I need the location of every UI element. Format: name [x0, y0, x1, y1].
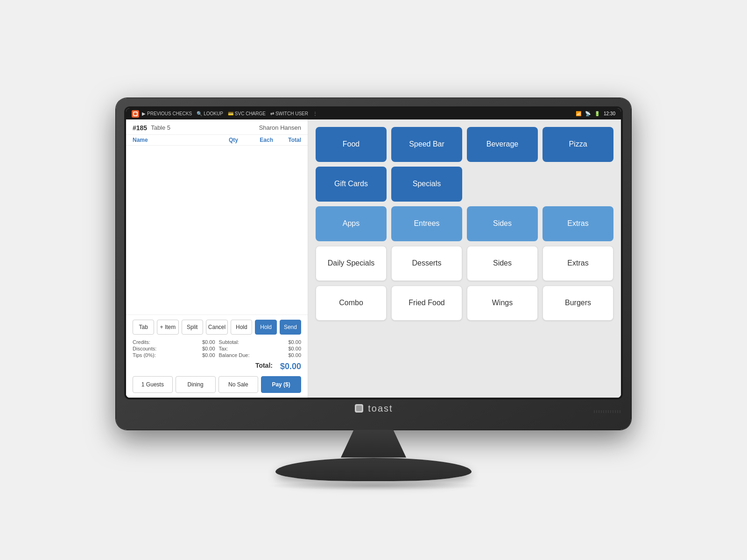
menu-btn-extras-white[interactable]: Extras: [543, 246, 613, 281]
totals-section: Credits: $0.00 Discounts: $0.00: [133, 339, 301, 371]
menu-btn-sides-blue[interactable]: Sides: [467, 206, 538, 241]
subtotal-row: Subtotal: $0.00: [219, 339, 302, 345]
menu-btn-fried-food[interactable]: Fried Food: [391, 286, 462, 321]
menu-btn-specials[interactable]: Specials: [391, 167, 462, 202]
totals-left: Credits: $0.00 Discounts: $0.00: [133, 339, 215, 359]
order-table-info: #185 Table 5: [133, 124, 170, 132]
more-menu-icon[interactable]: ⋮: [313, 111, 317, 116]
tax-value: $0.00: [288, 346, 301, 351]
speaker-right: [594, 410, 622, 413]
totals-pair: Credits: $0.00 Discounts: $0.00: [133, 339, 301, 359]
no-sale-button[interactable]: No Sale: [218, 376, 259, 393]
stand-base-shadow: [266, 481, 481, 490]
menu-row-fifth: Combo Fried Food Wings Burgers: [316, 286, 613, 321]
svc-charge-btn[interactable]: 💳 SVC CHARGE: [228, 111, 266, 116]
menu-row-second: Gift Cards Specials: [316, 167, 613, 202]
svc-charge-label: SVC CHARGE: [235, 111, 266, 116]
discounts-label: Discounts:: [133, 346, 156, 351]
battery-icon: 🔋: [594, 111, 600, 116]
prev-checks-label: PREVIOUS CHECKS: [147, 111, 192, 116]
tips-row: Tips (0%): $0.00: [133, 352, 215, 358]
svc-charge-icon: 💳: [228, 111, 233, 116]
cancel-button[interactable]: Cancel: [206, 320, 228, 335]
discounts-value: $0.00: [202, 346, 215, 351]
action-buttons-row: Tab + Item Split Cancel Hold Hold Send: [133, 320, 301, 335]
toast-logo-icon: [132, 110, 139, 118]
menu-panel: Food Speed Bar Beverage Pizza Gift Cards…: [308, 119, 621, 398]
main-content: #185 Table 5 Sharon Hansen Name Qty Each…: [126, 119, 621, 398]
speaker-left: [125, 410, 153, 413]
guests-button[interactable]: 1 Guests: [133, 376, 173, 393]
tax-label: Tax:: [219, 346, 228, 351]
wifi-icon: 📶: [576, 111, 581, 116]
status-bar: ▶ PREVIOUS CHECKS 🔍 LOOKUP 💳 SVC CHARGE: [126, 108, 621, 119]
bottom-buttons-row: 1 Guests Dining No Sale Pay ($): [133, 376, 301, 393]
stand-base: [275, 458, 472, 481]
menu-btn-entrees[interactable]: Entrees: [391, 206, 462, 241]
total-amount: $0.00: [280, 362, 301, 371]
order-header: #185 Table 5 Sharon Hansen: [126, 119, 308, 135]
menu-btn-beverage[interactable]: Beverage: [467, 127, 538, 162]
col-total-header: Total: [273, 137, 301, 143]
svg-rect-3: [356, 406, 362, 411]
credits-row: Credits: $0.00: [133, 339, 215, 345]
toast-brand-logo: [354, 403, 364, 413]
pay-button[interactable]: Pay ($): [261, 376, 301, 393]
credits-label: Credits:: [133, 339, 150, 345]
signal-icon: 📡: [585, 111, 591, 116]
add-item-button[interactable]: + Item: [157, 320, 178, 335]
switch-user-btn[interactable]: ⇄ SWITCH USER: [270, 111, 308, 116]
nav-actions: ▶ PREVIOUS CHECKS 🔍 LOOKUP 💳 SVC CHARGE: [142, 111, 317, 116]
split-button[interactable]: Split: [182, 320, 203, 335]
menu-btn-gift-cards[interactable]: Gift Cards: [316, 167, 387, 202]
tab-button[interactable]: Tab: [133, 320, 154, 335]
menu-btn-combo[interactable]: Combo: [316, 286, 387, 321]
menu-btn-sides-white[interactable]: Sides: [467, 246, 538, 281]
hold-blue-button[interactable]: Hold: [255, 320, 276, 335]
stand-neck: [341, 430, 406, 458]
total-main-row: Total: $0.00: [133, 362, 301, 371]
tips-value: $0.00: [202, 352, 215, 358]
status-bar-left: ▶ PREVIOUS CHECKS 🔍 LOOKUP 💳 SVC CHARGE: [132, 110, 317, 118]
prev-checks-btn[interactable]: ▶ PREVIOUS CHECKS: [142, 111, 192, 116]
menu-btn-wings[interactable]: Wings: [467, 286, 538, 321]
subtotal-value: $0.00: [288, 339, 301, 345]
menu-btn-empty-2: [543, 167, 613, 202]
dining-button[interactable]: Dining: [176, 376, 216, 393]
order-columns: Name Qty Each Total: [126, 135, 308, 146]
menu-row-third: Apps Entrees Sides Extras: [316, 206, 613, 241]
monitor-wrapper: ▶ PREVIOUS CHECKS 🔍 LOOKUP 💳 SVC CHARGE: [116, 98, 631, 490]
switch-user-label: SWITCH USER: [275, 111, 308, 116]
lookup-icon: 🔍: [197, 111, 202, 116]
monitor-inner: ▶ PREVIOUS CHECKS 🔍 LOOKUP 💳 SVC CHARGE: [124, 106, 623, 399]
menu-row-fourth: Daily Specials Desserts Sides Extras: [316, 246, 613, 281]
credits-value: $0.00: [202, 339, 215, 345]
menu-btn-food[interactable]: Food: [316, 127, 387, 162]
col-each-header: Each: [245, 137, 273, 143]
total-label: Total:: [255, 362, 273, 371]
menu-btn-burgers[interactable]: Burgers: [543, 286, 613, 321]
menu-btn-empty-1: [467, 167, 538, 202]
balance-due-value: $0.00: [288, 352, 301, 358]
hold-outline-button[interactable]: Hold: [231, 320, 252, 335]
menu-btn-pizza[interactable]: Pizza: [543, 127, 613, 162]
send-button[interactable]: Send: [280, 320, 301, 335]
totals-right: Subtotal: $0.00 Tax: $0.00 B: [219, 339, 302, 359]
monitor-brand: toast: [124, 399, 623, 416]
time-display: 12:30: [604, 111, 615, 116]
order-number: #185: [133, 124, 147, 132]
menu-btn-daily-specials[interactable]: Daily Specials: [316, 246, 387, 281]
menu-btn-desserts[interactable]: Desserts: [391, 246, 462, 281]
table-name: Table 5: [151, 124, 170, 131]
menu-btn-apps[interactable]: Apps: [316, 206, 387, 241]
menu-btn-speed-bar[interactable]: Speed Bar: [391, 127, 462, 162]
subtotal-label: Subtotal:: [219, 339, 239, 345]
order-panel: #185 Table 5 Sharon Hansen Name Qty Each…: [126, 119, 308, 398]
col-name-header: Name: [133, 137, 222, 143]
lookup-btn[interactable]: 🔍 LOOKUP: [197, 111, 223, 116]
server-name: Sharon Hansen: [259, 124, 301, 131]
tax-row: Tax: $0.00: [219, 346, 302, 351]
svg-rect-1: [134, 112, 137, 115]
col-qty-header: Qty: [222, 137, 245, 143]
menu-btn-extras-blue[interactable]: Extras: [543, 206, 613, 241]
